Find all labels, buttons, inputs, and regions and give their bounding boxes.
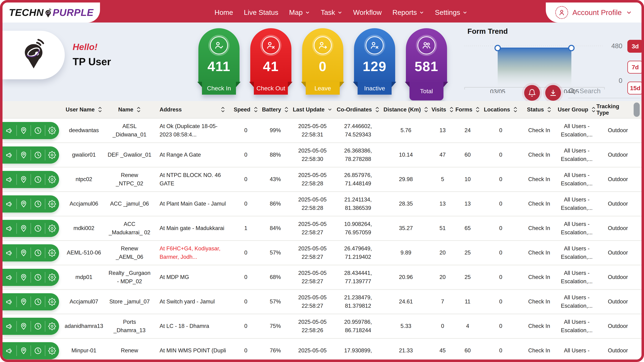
scrollbar-thumb[interactable] bbox=[634, 103, 640, 117]
column-header-visits[interactable]: Visits bbox=[430, 106, 455, 113]
gear-icon[interactable] bbox=[45, 125, 59, 136]
sort-icon[interactable] bbox=[592, 106, 596, 113]
gear-icon[interactable] bbox=[45, 198, 59, 209]
cell-user-name: AEML-510-06 bbox=[62, 246, 106, 259]
nav-item-reports[interactable]: Reports bbox=[392, 8, 424, 16]
sort-icon[interactable] bbox=[547, 106, 551, 113]
clock-icon[interactable] bbox=[30, 345, 45, 356]
cell-battery: 84% bbox=[260, 222, 290, 235]
announcement-icon[interactable] bbox=[2, 125, 16, 136]
search-box bbox=[568, 87, 640, 98]
cell-user-name: Minpur-01 bbox=[62, 344, 106, 357]
clock-icon[interactable] bbox=[30, 174, 45, 185]
sort-icon[interactable] bbox=[284, 106, 288, 113]
sort-icon[interactable] bbox=[98, 106, 102, 113]
nav-item-map[interactable]: Map bbox=[289, 8, 310, 16]
column-header-address[interactable]: Address bbox=[153, 106, 232, 113]
notifications-button[interactable] bbox=[524, 85, 540, 101]
column-header-user-name[interactable]: User Name bbox=[62, 106, 106, 113]
location-pin-icon[interactable] bbox=[16, 272, 31, 283]
sort-icon[interactable] bbox=[513, 106, 518, 113]
cell-coordinates: 21.238479, 81.379812 bbox=[334, 291, 382, 313]
nav-item-workflow[interactable]: Workflow bbox=[353, 8, 382, 16]
column-header-locations[interactable]: Locations bbox=[480, 106, 521, 113]
column-header-name[interactable]: Name bbox=[106, 106, 153, 113]
cell-battery: 88% bbox=[260, 148, 290, 162]
announcement-icon[interactable] bbox=[2, 247, 16, 258]
search-input[interactable] bbox=[579, 87, 633, 95]
column-header-last-update[interactable]: Last Update bbox=[290, 106, 334, 113]
cell-distance: 5.33 bbox=[382, 320, 430, 333]
location-pin-icon[interactable] bbox=[16, 198, 31, 209]
column-header-tracking-type[interactable]: Tracking Type bbox=[596, 103, 639, 116]
announcement-icon[interactable] bbox=[2, 345, 16, 356]
announcement-icon[interactable] bbox=[2, 174, 16, 185]
clock-icon[interactable] bbox=[30, 321, 45, 332]
column-header-speed[interactable]: Speed bbox=[232, 106, 260, 113]
sort-desc-icon[interactable] bbox=[328, 106, 332, 113]
gear-icon[interactable] bbox=[45, 345, 59, 356]
stat-card-check-out[interactable]: 41Check Out bbox=[250, 28, 292, 100]
nav-item-settings[interactable]: Settings bbox=[435, 8, 468, 16]
column-header-forms[interactable]: Forms bbox=[455, 106, 480, 113]
clock-icon[interactable] bbox=[30, 125, 45, 136]
cell-locations: 0 bbox=[480, 222, 521, 235]
announcement-icon[interactable] bbox=[2, 296, 16, 307]
column-header-user-group[interactable]: User Group bbox=[557, 106, 596, 113]
location-pin-icon[interactable] bbox=[16, 174, 31, 185]
sort-icon[interactable] bbox=[254, 106, 258, 113]
cell-tracking-type: Outdoor bbox=[596, 344, 639, 357]
nav-item-live-status[interactable]: Live Status bbox=[244, 8, 278, 16]
sort-icon[interactable] bbox=[424, 106, 428, 113]
stat-card-check-in[interactable]: 411Check In bbox=[198, 28, 240, 100]
stat-card-total[interactable]: 581Total bbox=[406, 28, 447, 100]
location-pin-icon[interactable] bbox=[16, 247, 31, 258]
announcement-icon[interactable] bbox=[2, 272, 16, 283]
gear-icon[interactable] bbox=[45, 223, 59, 234]
stat-card-leave[interactable]: 0Leave bbox=[302, 28, 343, 100]
announcement-icon[interactable] bbox=[2, 321, 16, 332]
nav-item-task[interactable]: Task bbox=[321, 8, 342, 16]
announcement-icon[interactable] bbox=[2, 150, 16, 160]
location-pin-icon[interactable] bbox=[16, 125, 31, 136]
sort-icon[interactable] bbox=[449, 106, 454, 113]
gear-icon[interactable] bbox=[45, 272, 59, 283]
clock-icon[interactable] bbox=[30, 223, 45, 234]
clock-icon[interactable] bbox=[30, 198, 45, 209]
sort-icon[interactable] bbox=[136, 106, 141, 113]
gear-icon[interactable] bbox=[45, 174, 59, 185]
location-pin-icon[interactable] bbox=[16, 223, 31, 234]
sort-icon[interactable] bbox=[476, 106, 480, 113]
stat-card-inactive[interactable]: 129Inactive bbox=[354, 28, 395, 100]
bell-icon bbox=[528, 89, 536, 97]
stat-value: 129 bbox=[363, 59, 386, 74]
download-button[interactable] bbox=[545, 85, 561, 101]
cell-user-name: mdki002 bbox=[62, 222, 106, 235]
clock-icon[interactable] bbox=[30, 247, 45, 258]
location-pin-icon[interactable] bbox=[16, 321, 31, 332]
range-3d-button[interactable]: 3d bbox=[627, 40, 643, 53]
clock-icon[interactable] bbox=[30, 150, 45, 160]
column-header-co-ordinates[interactable]: Co-Ordinates bbox=[334, 106, 382, 113]
sort-icon[interactable] bbox=[221, 106, 225, 113]
location-pin-icon[interactable] bbox=[16, 345, 31, 356]
account-profile-button[interactable]: Account Profile bbox=[546, 2, 642, 22]
column-header-battery[interactable]: Battery bbox=[260, 106, 290, 113]
sort-icon[interactable] bbox=[375, 106, 380, 113]
gear-icon[interactable] bbox=[45, 321, 59, 332]
column-header-distance-km[interactable]: Distance (Km) bbox=[382, 106, 430, 113]
range-7d-button[interactable]: 7d bbox=[627, 61, 643, 74]
cell-user-name: gwalior01 bbox=[62, 148, 106, 162]
clock-icon[interactable] bbox=[30, 296, 45, 307]
announcement-icon[interactable] bbox=[2, 198, 16, 209]
nav-item-home[interactable]: Home bbox=[214, 8, 233, 16]
gear-icon[interactable] bbox=[45, 247, 59, 258]
cell-user-name: ntpc02 bbox=[62, 173, 106, 186]
announcement-icon[interactable] bbox=[2, 223, 16, 234]
location-pin-icon[interactable] bbox=[16, 296, 31, 307]
column-header-status[interactable]: Status bbox=[521, 106, 557, 113]
gear-icon[interactable] bbox=[45, 150, 59, 160]
clock-icon[interactable] bbox=[30, 272, 45, 283]
gear-icon[interactable] bbox=[45, 296, 59, 307]
location-pin-icon[interactable] bbox=[16, 150, 31, 160]
